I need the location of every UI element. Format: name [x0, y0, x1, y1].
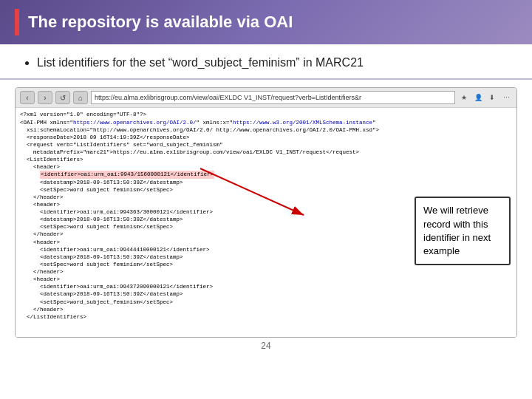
xml-line-3: xsi:schemaLocation="http://www.openarchi…: [20, 126, 512, 134]
browser-window: ‹ › ↺ ⌂ ★ 👤 ⬇ ⋯ <?xml version="1.0" enco…: [15, 87, 517, 338]
xml-line-7: <ListIdentifiers>: [20, 156, 512, 163]
callout-box: We will retrieve record with this identi…: [415, 197, 511, 265]
user-icon[interactable]: 👤: [472, 92, 484, 103]
xml-line-28: </ListIdentifiers>: [20, 313, 512, 321]
more-icon[interactable]: ⋯: [500, 92, 512, 103]
slide-header: The repository is available via OAI: [0, 0, 532, 44]
bullet-item: List identifiers for the set “word_subje…: [37, 55, 510, 71]
xml-line-6: metadataPrefix="marc21">https://eu.alma.…: [20, 149, 512, 156]
xml-line-2: <OAI-PMH xmlns="https://www.openarchives…: [20, 119, 512, 126]
xml-line-10: <datestamp>2018-09-16T13:50:39Z</datesta…: [20, 179, 512, 186]
browser-back-button[interactable]: ‹: [20, 91, 35, 104]
page-number: 24: [0, 338, 532, 352]
xml-line-24: <identifier>oai:urm_oai:994372090000121<…: [20, 283, 512, 290]
xml-line-4: <responseDate>2018 09 16T14:19:39Z</resp…: [20, 134, 512, 141]
browser-refresh-button[interactable]: ↺: [55, 91, 70, 104]
slide-title: The repository is available via OAI: [28, 13, 293, 32]
browser-forward-button[interactable]: ›: [38, 91, 52, 104]
browser-home-button[interactable]: ⌂: [73, 91, 88, 104]
download-icon[interactable]: ⬇: [486, 92, 498, 103]
xml-line-1: <?xml version="1.0" encoding="UTF-8"?>: [20, 111, 512, 118]
xml-content-area: <?xml version="1.0" encoding="UTF-8"?> <…: [16, 108, 516, 337]
xml-line-5: <request verb="ListIdentifiers" set="wor…: [20, 141, 512, 149]
xml-line-27: </header>: [20, 306, 512, 313]
browser-toolbar: ‹ › ↺ ⌂ ★ 👤 ⬇ ⋯: [16, 88, 516, 108]
browser-address-bar[interactable]: [91, 91, 455, 104]
xml-line-8: <header>: [20, 163, 512, 171]
bullet-section: List identifiers for the set “word_subje…: [0, 44, 532, 80]
xml-line-22: </header>: [20, 268, 512, 276]
browser-action-icons: ★ 👤 ⬇ ⋯: [458, 92, 512, 103]
xml-line-25: <datestamp>2018-09-16T13:50:39Z</datesta…: [20, 290, 512, 298]
callout-text: We will retrieve record with this identi…: [423, 205, 491, 256]
bookmark-icon[interactable]: ★: [458, 92, 470, 103]
xml-line-23: <header>: [20, 276, 512, 283]
header-accent-bar: [15, 9, 19, 35]
xml-line-26: <setSpec>word_subject_feminism</setSpec>: [20, 299, 512, 306]
xml-line-9-highlighted: <identifier>oai:urm_oai:9943/1560000121<…: [20, 171, 512, 178]
xml-line-11: <setSpec>word subject feminism</setSpec>: [20, 186, 512, 194]
